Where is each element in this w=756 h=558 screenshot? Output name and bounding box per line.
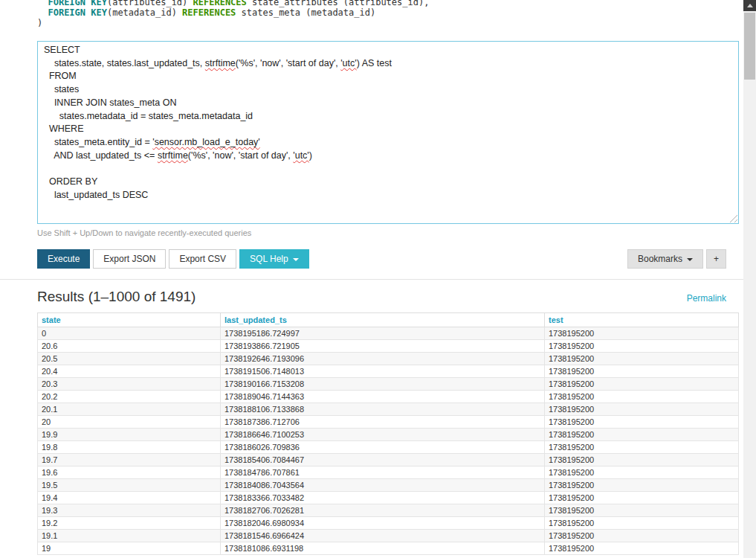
table-cell: 1738190166.7153208 bbox=[221, 378, 545, 391]
table-cell: 19.9 bbox=[38, 429, 221, 441]
table-row: 20.21738189046.71443631738195200 bbox=[38, 391, 739, 403]
table-row: 20.61738193866.7219051738195200 bbox=[38, 340, 739, 353]
table-cell: 1738195200 bbox=[545, 492, 739, 504]
table-cell: 19.2 bbox=[38, 517, 221, 530]
table-row: 20.11738188106.71338681738195200 bbox=[38, 403, 739, 416]
schema-sql-text: FOREIGN KEY(attributes_id) REFERENCES st… bbox=[37, 0, 743, 28]
schema-preview: FOREIGN KEY(attributes_id) REFERENCES st… bbox=[0, 0, 743, 34]
table-cell: 19.7 bbox=[38, 454, 221, 466]
table-row: 19.91738186646.71002531738195200 bbox=[38, 429, 739, 441]
table-cell: 1738195200 bbox=[545, 530, 739, 542]
table-row: 191738181086.69311981738195200 bbox=[38, 542, 739, 555]
table-row: 19.71738185406.70844671738195200 bbox=[38, 454, 739, 466]
table-cell: 19 bbox=[38, 542, 221, 555]
table-row: 19.21738182046.69809341738195200 bbox=[38, 517, 739, 530]
table-cell: 1738189046.7144363 bbox=[221, 391, 545, 403]
schema-line: ) bbox=[37, 18, 743, 28]
scroll-up-button[interactable] bbox=[743, 0, 756, 11]
results-title: Results (1–1000 of 1491) bbox=[37, 289, 196, 305]
table-cell: 1738195200 bbox=[545, 429, 739, 441]
permalink-link[interactable]: Permalink bbox=[687, 293, 726, 304]
misspelled-word: strftime bbox=[205, 58, 236, 68]
table-cell: 1738188106.7133868 bbox=[221, 403, 545, 416]
table-row: 19.51738184086.70435641738195200 bbox=[38, 479, 739, 492]
resize-handle-icon[interactable] bbox=[728, 213, 737, 222]
column-header-state: state bbox=[38, 313, 221, 327]
column-header-last_updated_ts: last_updated_ts bbox=[221, 313, 545, 327]
table-cell: 20.5 bbox=[38, 353, 221, 365]
table-cell: 1738195200 bbox=[545, 416, 739, 429]
table-cell: 1738195200 bbox=[545, 454, 739, 466]
table-row: 19.11738181546.69664241738195200 bbox=[38, 530, 739, 542]
results-header: Results (1–1000 of 1491) Permalink bbox=[37, 289, 726, 305]
schema-line: FOREIGN KEY(attributes_id) REFERENCES st… bbox=[37, 0, 743, 7]
table-row: 20.31738190166.71532081738195200 bbox=[38, 378, 739, 391]
table-row: 20.51738192646.71930961738195200 bbox=[38, 353, 739, 365]
table-cell: 1738195200 bbox=[545, 340, 739, 353]
table-row: 19.61738184786.7078611738195200 bbox=[38, 466, 739, 479]
table-cell: 1738195186.724997 bbox=[221, 327, 545, 340]
table-cell: 1738195200 bbox=[545, 327, 739, 340]
divider bbox=[0, 279, 743, 280]
sqlite-web-page: FOREIGN KEY(attributes_id) REFERENCES st… bbox=[0, 0, 743, 558]
column-header-test: test bbox=[545, 313, 739, 327]
misspelled-word: strftime bbox=[158, 150, 188, 161]
add-bookmark-button[interactable]: + bbox=[706, 249, 726, 269]
export-json-button[interactable]: Export JSON bbox=[93, 249, 166, 269]
table-cell: 1738195200 bbox=[545, 353, 739, 365]
table-cell: 1738183366.7033482 bbox=[221, 492, 545, 504]
table-cell: 19.5 bbox=[38, 479, 221, 492]
table-header-row: statelast_updated_tstest bbox=[38, 313, 739, 327]
table-cell: 1738195200 bbox=[545, 391, 739, 403]
table-cell: 20.3 bbox=[38, 378, 221, 391]
misspelled-word: 'sensor.mb_load_e_today' bbox=[152, 137, 259, 147]
table-cell: 1738186026.709836 bbox=[221, 441, 545, 454]
execute-button[interactable]: Execute bbox=[37, 249, 90, 269]
arrow-up-icon bbox=[747, 4, 753, 7]
table-cell: 1738181546.6966424 bbox=[221, 530, 545, 542]
table-row: 20.41738191506.71480131738195200 bbox=[38, 365, 739, 378]
table-cell: 1738195200 bbox=[545, 378, 739, 391]
table-cell: 19.4 bbox=[38, 492, 221, 504]
table-cell: 1738195200 bbox=[545, 542, 739, 555]
results-table: statelast_updated_tstest 01738195186.724… bbox=[37, 312, 739, 555]
query-editor[interactable]: SELECT states.state, states.last_updated… bbox=[37, 41, 739, 224]
export-csv-button[interactable]: Export CSV bbox=[169, 249, 236, 269]
table-cell: 1738195200 bbox=[545, 504, 739, 517]
table-cell: 1738182706.7026281 bbox=[221, 504, 545, 517]
table-cell: 20.2 bbox=[38, 391, 221, 403]
table-row: 19.41738183366.70334821738195200 bbox=[38, 492, 739, 504]
table-cell: 1738195200 bbox=[545, 365, 739, 378]
sql-help-label: SQL Help bbox=[250, 254, 288, 263]
table-cell: 1738193866.721905 bbox=[221, 340, 545, 353]
vertical-scrollbar[interactable] bbox=[743, 0, 756, 558]
sql-help-button[interactable]: SQL Help bbox=[239, 249, 309, 269]
table-cell: 1738195200 bbox=[545, 441, 739, 454]
table-head: statelast_updated_tstest bbox=[38, 313, 739, 327]
caret-down-icon bbox=[293, 258, 299, 261]
table-cell: 1738181086.6931198 bbox=[221, 542, 545, 555]
query-text: SELECT states.state, states.last_updated… bbox=[44, 44, 732, 202]
table-row: 19.31738182706.70262811738195200 bbox=[38, 504, 739, 517]
table-cell: 1738192646.7193096 bbox=[221, 353, 545, 365]
caret-down-icon bbox=[687, 258, 693, 261]
table-cell: 1738185406.7084467 bbox=[221, 454, 545, 466]
table-cell: 1738195200 bbox=[545, 479, 739, 492]
table-cell: 19.6 bbox=[38, 466, 221, 479]
table-cell: 1738187386.712706 bbox=[221, 416, 545, 429]
table-cell: 1738186646.7100253 bbox=[221, 429, 545, 441]
misspelled-word: 'utc' bbox=[340, 58, 356, 68]
scrollbar-thumb[interactable] bbox=[744, 13, 755, 80]
misspelled-word: 'utc' bbox=[293, 150, 308, 161]
table-cell: 19.1 bbox=[38, 530, 221, 542]
bookmarks-button[interactable]: Bookmarks bbox=[627, 249, 703, 269]
table-cell: 1738182046.6980934 bbox=[221, 517, 545, 530]
table-body: 01738195186.724997173819520020.617381938… bbox=[38, 327, 739, 555]
table-cell: 19.8 bbox=[38, 441, 221, 454]
table-row: 01738195186.7249971738195200 bbox=[38, 327, 739, 340]
table-cell: 1738191506.7148013 bbox=[221, 365, 545, 378]
table-cell: 20.6 bbox=[38, 340, 221, 353]
table-cell: 20 bbox=[38, 416, 221, 429]
table-cell: 19.3 bbox=[38, 504, 221, 517]
table-cell: 1738195200 bbox=[545, 517, 739, 530]
